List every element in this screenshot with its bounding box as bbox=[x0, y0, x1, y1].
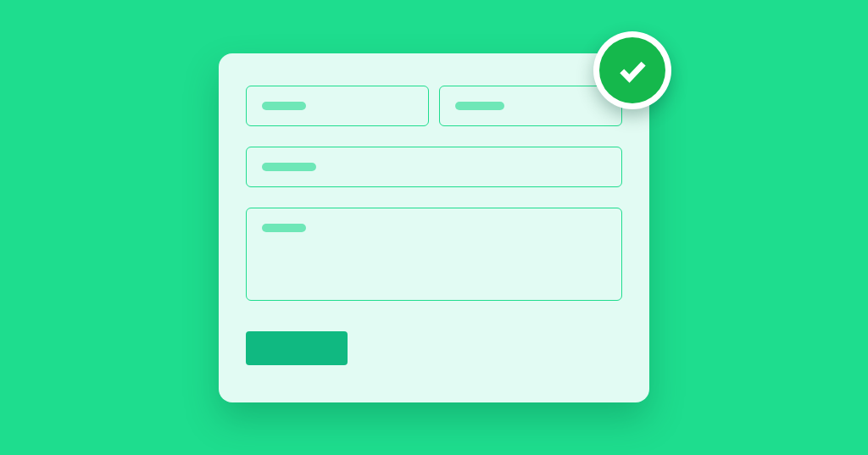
submit-button[interactable] bbox=[246, 331, 348, 365]
placeholder-bar bbox=[262, 102, 306, 110]
form-card bbox=[219, 53, 649, 402]
input-field-2[interactable] bbox=[439, 86, 622, 126]
form-row-1 bbox=[246, 86, 622, 126]
input-field-1[interactable] bbox=[246, 86, 429, 126]
placeholder-bar bbox=[455, 102, 504, 110]
input-field-3[interactable] bbox=[246, 147, 622, 187]
placeholder-bar bbox=[262, 224, 306, 232]
textarea-field[interactable] bbox=[246, 208, 622, 301]
checkmark-icon bbox=[615, 53, 650, 88]
success-badge-inner bbox=[599, 37, 665, 103]
success-badge bbox=[593, 31, 671, 109]
placeholder-bar bbox=[262, 163, 316, 171]
